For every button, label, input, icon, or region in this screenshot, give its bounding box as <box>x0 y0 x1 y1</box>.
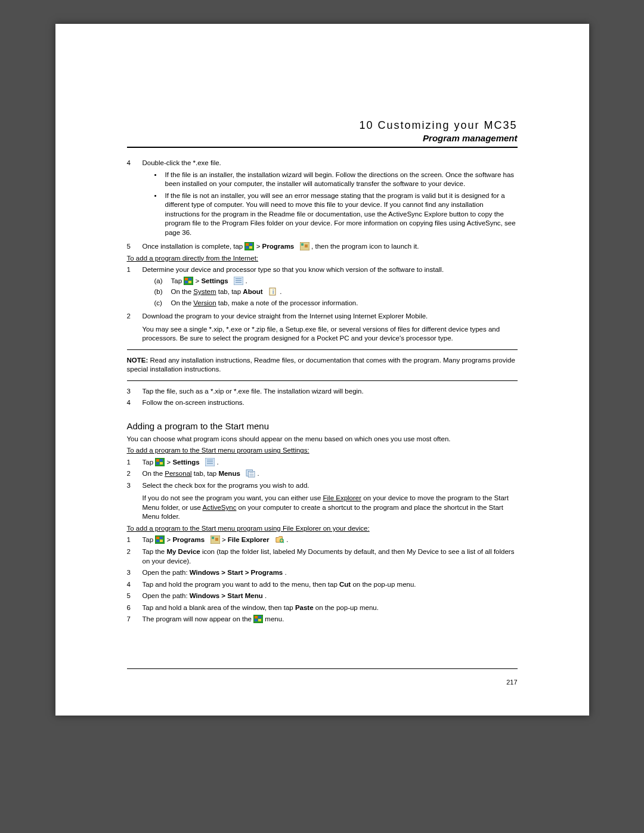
svg-rect-1 <box>246 243 249 246</box>
list-text: Determine your device and processor type… <box>143 265 518 275</box>
list-item: 1 Determine your device and processor ty… <box>127 265 518 309</box>
page-number: 217 <box>506 679 517 686</box>
svg-rect-6 <box>301 243 304 246</box>
list-number: 1 <box>127 458 143 467</box>
start-flag-icon <box>184 277 193 285</box>
list-text: On the Personal tab, tap Menus . <box>143 469 518 479</box>
list-text: Tap > Settings . <box>143 458 518 467</box>
sub-item: (c) On the Version tab, make a note of t… <box>154 299 518 308</box>
svg-rect-22 <box>156 462 159 465</box>
list-text: Select the check box for the programs yo… <box>143 481 518 491</box>
programs-icon <box>210 535 220 544</box>
file-explorer-icon <box>275 535 284 544</box>
about-icon: i <box>268 287 278 296</box>
list-item: 5 Open the path: Windows > Start Menu . <box>127 592 518 601</box>
note-label: NOTE: <box>127 357 148 364</box>
header-rule <box>127 147 518 148</box>
list-text: Tap the file, such as a *.xip or *.exe f… <box>143 387 518 397</box>
list-text: The program will now appear on the menu. <box>143 615 518 624</box>
note-text: Read any installation instructions, Read… <box>127 357 515 373</box>
svg-rect-16 <box>236 282 242 283</box>
list-text: Download the program to your device stra… <box>143 312 518 321</box>
svg-rect-47 <box>258 619 261 621</box>
svg-rect-35 <box>160 537 163 539</box>
start-flag-icon <box>155 535 165 544</box>
sub-heading: To add a program to the Start menu progr… <box>127 524 518 534</box>
list-number: 5 <box>127 242 143 252</box>
list-number: 3 <box>127 387 143 397</box>
sub-text: Tap > Settings . <box>171 277 247 286</box>
list-number: 2 <box>127 312 143 343</box>
svg-rect-26 <box>207 462 213 462</box>
list-item: 6 Tap and hold a blank area of the windo… <box>127 603 518 613</box>
list-text: You may see a single *.xip, *.exe or *.z… <box>143 325 518 343</box>
bullet-text: If the file is not an installer, you wil… <box>165 191 518 238</box>
svg-rect-30 <box>250 473 254 473</box>
list-number: 5 <box>127 592 143 601</box>
svg-rect-14 <box>236 278 242 279</box>
sub-item: (b) On the System tab, tap About i . <box>154 287 518 297</box>
note-block: NOTE: Read any installation instructions… <box>127 356 518 374</box>
list-number: 3 <box>127 568 143 578</box>
list-item: 2 On the Personal tab, tap Menus . <box>127 469 518 479</box>
list-number: 4 <box>127 580 143 590</box>
start-flag-icon <box>253 615 263 623</box>
list-item: 7 The program will now appear on the men… <box>127 615 518 624</box>
settings-label: Settings <box>201 277 228 284</box>
svg-rect-37 <box>160 540 163 542</box>
bullet-text: If the file is an installer, the install… <box>165 171 518 189</box>
svg-rect-20 <box>156 459 159 462</box>
svg-rect-46 <box>255 619 258 621</box>
svg-rect-39 <box>212 537 214 539</box>
bullet-mark: • <box>154 171 165 189</box>
programs-icon <box>300 242 309 250</box>
sub-letter: (a) <box>154 277 171 286</box>
sub-heading: To add a program to the Start menu progr… <box>127 446 518 456</box>
list-text: Tap and hold a blank area of the window,… <box>143 603 518 613</box>
list-text: Tap > Programs > File Explorer . <box>143 535 518 545</box>
sub-text: On the Version tab, make a note of the p… <box>171 299 358 308</box>
list-number: 4 <box>127 159 143 240</box>
list-item: 2 Download the program to your device st… <box>127 312 518 343</box>
svg-rect-12 <box>188 281 191 283</box>
start-flag-icon <box>155 458 165 466</box>
menus-icon <box>246 469 255 478</box>
bullet-item: • If the file is an installer, the insta… <box>154 171 518 189</box>
svg-line-42 <box>283 542 284 543</box>
list-number: 4 <box>127 398 143 408</box>
list-item: 4 Double-click the *.exe file. • If the … <box>127 159 518 240</box>
list-text: Follow the on-screen instructions. <box>143 398 518 408</box>
list-number: 2 <box>127 469 143 479</box>
svg-rect-25 <box>207 460 213 460</box>
bullet-mark: • <box>154 191 165 238</box>
list-item: 4 Tap and hold the program you want to a… <box>127 580 518 590</box>
page-header: 10 Customizing your MC35 Program managem… <box>127 119 518 143</box>
svg-rect-15 <box>236 280 242 281</box>
programs-label: Programs <box>262 243 295 250</box>
list-text: Once installation is complete, tap > Pro… <box>143 242 518 252</box>
svg-rect-44 <box>255 616 258 618</box>
svg-rect-31 <box>250 474 254 475</box>
list-item: 3 Open the path: Windows > Start > Progr… <box>127 568 518 578</box>
settings-icon <box>234 277 243 285</box>
svg-rect-27 <box>207 463 213 464</box>
svg-rect-34 <box>156 537 159 539</box>
svg-rect-23 <box>160 462 163 465</box>
start-flag-icon <box>244 242 254 250</box>
list-number: 2 <box>127 547 143 566</box>
svg-text:i: i <box>273 289 274 295</box>
list-text: Open the path: Windows > Start > Program… <box>143 568 518 578</box>
paragraph: You can choose what program icons should… <box>127 435 518 444</box>
list-text: Tap and hold the program you want to add… <box>143 580 518 590</box>
section-heading: Adding a program to the Start menu <box>127 421 518 431</box>
list-number: 1 <box>127 535 143 545</box>
svg-rect-7 <box>305 244 308 247</box>
list-number: 7 <box>127 615 143 624</box>
svg-rect-3 <box>246 246 249 249</box>
svg-rect-10 <box>188 278 191 280</box>
svg-rect-21 <box>160 459 163 462</box>
svg-rect-4 <box>249 246 252 249</box>
list-text: If you do not see the program you want, … <box>143 494 518 522</box>
sub-letter: (c) <box>154 299 171 308</box>
sub-text: On the System tab, tap About i . <box>171 287 282 297</box>
